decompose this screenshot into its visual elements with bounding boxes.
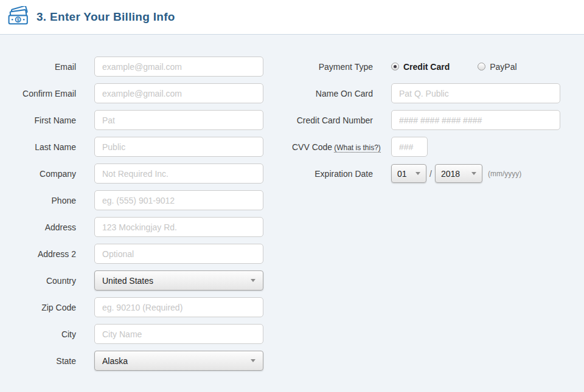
svg-text:$: $	[17, 17, 19, 22]
country-select-value: United States	[102, 276, 153, 286]
form-row-cvv: CVV Code(What is this?)	[292, 137, 584, 157]
form-row-email: Email	[0, 57, 292, 77]
cvv-input[interactable]	[391, 137, 428, 157]
chevron-down-icon	[415, 172, 420, 175]
cvv-help-link[interactable]: (What is this?)	[334, 143, 381, 153]
address-input[interactable]	[94, 217, 263, 237]
zip-code-label: Zip Code	[0, 303, 76, 312]
form-row-payment-type: Payment Type Credit Card PayPal	[292, 57, 584, 77]
chevron-down-icon	[251, 359, 255, 362]
confirm-email-input[interactable]	[94, 83, 263, 103]
state-select-value: Alaska	[102, 356, 128, 366]
last-name-input[interactable]	[94, 137, 263, 157]
form-row-phone: Phone	[0, 190, 292, 210]
form-row-address2: Address 2	[0, 244, 292, 264]
city-input[interactable]	[94, 324, 263, 344]
email-label: Email	[0, 62, 76, 72]
company-label: Company	[0, 169, 76, 179]
expiration-date-label: Expiration Date	[292, 169, 373, 179]
credit-card-radio[interactable]: Credit Card	[391, 62, 450, 72]
paypal-radio-label: PayPal	[490, 62, 516, 72]
money-bills-icon: $	[7, 6, 30, 28]
paypal-radio[interactable]: PayPal	[478, 62, 516, 72]
state-select[interactable]: Alaska	[94, 351, 263, 371]
payment-type-label: Payment Type	[292, 62, 373, 72]
form-row-last-name: Last Name	[0, 137, 292, 157]
company-input[interactable]	[94, 163, 263, 184]
name-on-card-input[interactable]	[391, 83, 560, 103]
card-number-input[interactable]	[391, 110, 560, 130]
form-row-first-name: First Name	[0, 110, 292, 130]
form-row-city: City	[0, 324, 292, 344]
zip-code-input[interactable]	[94, 297, 263, 317]
form-row-confirm-email: Confirm Email	[0, 83, 292, 103]
payment-type-radio-group: Credit Card PayPal	[391, 62, 517, 72]
billing-form: Email Confirm Email First Name Last Name…	[0, 35, 584, 377]
billing-left-column: Email Confirm Email First Name Last Name…	[0, 57, 292, 377]
credit-card-radio-label: Credit Card	[403, 62, 450, 72]
cvv-label-group: CVV Code(What is this?)	[292, 142, 373, 152]
form-row-country: Country United States	[0, 270, 292, 291]
radio-selected-icon	[391, 63, 399, 70]
expiration-year-value: 2018	[441, 169, 460, 179]
expiration-year-select[interactable]: 2018	[435, 164, 482, 183]
form-row-zip: Zip Code	[0, 297, 292, 317]
first-name-input[interactable]	[94, 110, 263, 130]
address-label: Address	[0, 222, 76, 232]
cvv-label: CVV Code	[292, 142, 332, 152]
card-number-label: Credit Card Number	[292, 115, 373, 125]
form-row-address: Address	[0, 217, 292, 237]
state-label: State	[0, 356, 76, 366]
radio-unselected-icon	[478, 63, 485, 70]
city-label: City	[0, 329, 76, 339]
page-title: 3. Enter Your Billing Info	[36, 10, 175, 24]
payment-column: Payment Type Credit Card PayPal Name On …	[292, 57, 584, 377]
expiration-separator: /	[429, 169, 432, 179]
expiration-month-select[interactable]: 01	[391, 164, 426, 183]
address2-input[interactable]	[94, 244, 263, 264]
form-row-card-number: Credit Card Number	[292, 110, 584, 130]
form-row-expiration: Expiration Date 01 / 2018 (mm/yyyy)	[292, 163, 584, 184]
last-name-label: Last Name	[0, 142, 76, 152]
chevron-down-icon	[251, 279, 255, 282]
expiration-month-value: 01	[397, 169, 407, 179]
confirm-email-label: Confirm Email	[0, 89, 76, 98]
country-select[interactable]: United States	[94, 270, 263, 291]
chevron-down-icon	[471, 172, 476, 175]
phone-label: Phone	[0, 196, 76, 205]
expiration-format-hint: (mm/yyyy)	[488, 170, 521, 178]
first-name-label: First Name	[0, 115, 76, 125]
form-row-state: State Alaska	[0, 351, 292, 371]
email-input[interactable]	[94, 57, 263, 77]
address2-label: Address 2	[0, 249, 76, 259]
form-row-name-on-card: Name On Card	[292, 83, 584, 103]
phone-input[interactable]	[94, 190, 263, 210]
form-row-company: Company	[0, 163, 292, 184]
page-header: $ 3. Enter Your Billing Info	[0, 0, 584, 35]
country-label: Country	[0, 276, 76, 286]
name-on-card-label: Name On Card	[292, 89, 373, 98]
